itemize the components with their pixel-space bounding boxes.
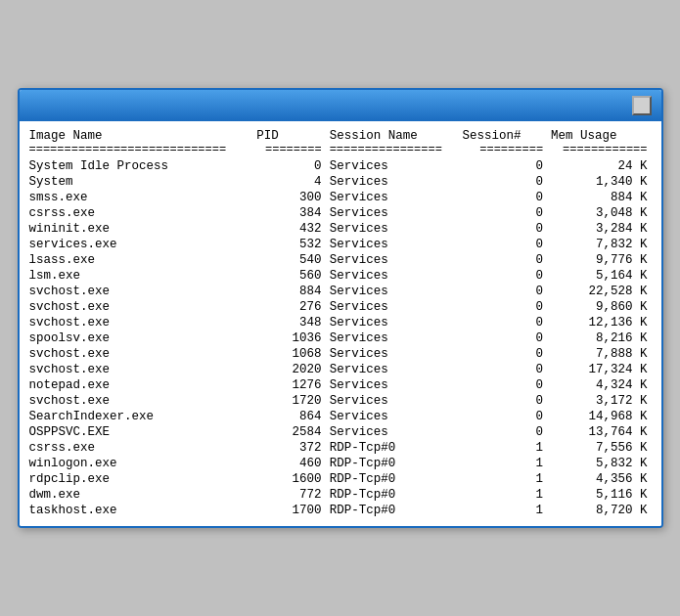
table-row: lsm.exe560Services05,164 K [29, 268, 652, 284]
cell-session-num: 1 [463, 456, 552, 471]
cell-image-name: dwm.exe [29, 487, 257, 503]
table-row: System Idle Process0Services024 K [29, 158, 652, 174]
table-row: System4Services01,340 K [29, 174, 652, 190]
cell-mem-usage: 8,216 K [551, 330, 651, 346]
cell-session-num: 0 [463, 409, 552, 424]
cell-mem-usage: 17,324 K [551, 362, 651, 377]
cell-pid: 1600 [256, 471, 329, 487]
cell-mem-usage: 5,116 K [551, 487, 651, 503]
cell-image-name: spoolsv.exe [29, 330, 257, 346]
table-row: dwm.exe772RDP-Tcp#015,116 K [29, 487, 652, 503]
cell-session-name: RDP-Tcp#0 [330, 503, 463, 518]
cell-session-name: RDP-Tcp#0 [330, 471, 463, 487]
cell-session-num: 0 [463, 299, 552, 315]
cell-session-name: Services [330, 424, 463, 440]
cell-mem-usage: 14,968 K [551, 409, 651, 424]
cell-image-name: lsm.exe [29, 268, 257, 284]
cell-pid: 2584 [256, 424, 329, 440]
cell-session-num: 0 [463, 315, 552, 330]
cell-session-name: Services [330, 190, 463, 205]
cell-image-name: winlogon.exe [29, 456, 257, 471]
cell-pid: 532 [256, 237, 329, 252]
table-row: csrss.exe372RDP-Tcp#017,556 K [29, 440, 652, 456]
cell-image-name: wininit.exe [29, 221, 257, 237]
cell-mem-usage: 9,860 K [551, 299, 651, 315]
cell-pid: 560 [256, 268, 329, 284]
cell-session-name: Services [330, 299, 463, 315]
log-content: Image Name PID Session Name Session# Mem… [20, 121, 661, 526]
cell-session-name: Services [330, 237, 463, 252]
table-row: taskhost.exe1700RDP-Tcp#018,720 K [29, 503, 652, 518]
table-row: svchost.exe2020Services017,324 K [29, 362, 652, 377]
cell-session-name: Services [330, 268, 463, 284]
cell-mem-usage: 22,528 K [551, 284, 651, 299]
cell-pid: 384 [256, 205, 329, 221]
cell-pid: 432 [256, 221, 329, 237]
cell-image-name: System Idle Process [29, 158, 257, 174]
table-row: svchost.exe348Services012,136 K [29, 315, 652, 330]
cell-mem-usage: 7,556 K [551, 440, 651, 456]
sep-mem: ============ [551, 143, 651, 158]
cell-session-num: 0 [463, 362, 552, 377]
cell-session-name: RDP-Tcp#0 [330, 487, 463, 503]
cell-mem-usage: 3,172 K [551, 393, 651, 409]
cell-pid: 348 [256, 315, 329, 330]
cell-image-name: svchost.exe [29, 284, 257, 299]
cell-image-name: taskhost.exe [29, 503, 257, 518]
cell-pid: 0 [256, 158, 329, 174]
cell-session-num: 0 [463, 284, 552, 299]
cell-session-name: Services [330, 346, 463, 362]
separator-row: ============================ ======== ==… [29, 143, 652, 158]
cell-mem-usage: 3,284 K [551, 221, 651, 237]
cell-session-name: Services [330, 377, 463, 393]
cell-pid: 1276 [256, 377, 329, 393]
cell-session-num: 0 [463, 252, 552, 268]
cell-image-name: svchost.exe [29, 346, 257, 362]
cell-session-name: Services [330, 205, 463, 221]
cell-image-name: notepad.exe [29, 377, 257, 393]
table-row: SearchIndexer.exe864Services014,968 K [29, 409, 652, 424]
cell-image-name: rdpclip.exe [29, 471, 257, 487]
cell-session-num: 0 [463, 330, 552, 346]
sep-pid: ======== [256, 143, 329, 158]
cell-session-name: RDP-Tcp#0 [330, 456, 463, 471]
cell-pid: 1700 [256, 503, 329, 518]
cell-mem-usage: 5,832 K [551, 456, 651, 471]
close-button[interactable] [632, 96, 652, 115]
cell-pid: 1068 [256, 346, 329, 362]
cell-image-name: smss.exe [29, 190, 257, 205]
cell-mem-usage: 7,832 K [551, 237, 651, 252]
cell-session-num: 0 [463, 393, 552, 409]
cell-session-name: RDP-Tcp#0 [330, 440, 463, 456]
table-row: svchost.exe276Services09,860 K [29, 299, 652, 315]
cell-mem-usage: 9,776 K [551, 252, 651, 268]
header-pid: PID [256, 129, 329, 143]
cell-session-num: 0 [463, 221, 552, 237]
cell-mem-usage: 24 K [551, 158, 651, 174]
header-mem-usage: Mem Usage [551, 129, 651, 143]
cell-session-num: 0 [463, 424, 552, 440]
cell-image-name: SearchIndexer.exe [29, 409, 257, 424]
cell-session-num: 0 [463, 237, 552, 252]
cell-pid: 884 [256, 284, 329, 299]
table-row: rdpclip.exe1600RDP-Tcp#014,356 K [29, 471, 652, 487]
cell-pid: 540 [256, 252, 329, 268]
cell-mem-usage: 5,164 K [551, 268, 651, 284]
sep-image: ============================ [29, 143, 257, 158]
table-row: services.exe532Services07,832 K [29, 237, 652, 252]
cell-session-num: 0 [463, 377, 552, 393]
cell-session-name: Services [330, 362, 463, 377]
cell-session-name: Services [330, 221, 463, 237]
table-row: svchost.exe1068Services07,888 K [29, 346, 652, 362]
table-row: spoolsv.exe1036Services08,216 K [29, 330, 652, 346]
cell-session-num: 0 [463, 205, 552, 221]
cell-session-num: 1 [463, 471, 552, 487]
cell-session-name: Services [330, 393, 463, 409]
cell-session-num: 1 [463, 487, 552, 503]
cell-session-name: Services [330, 252, 463, 268]
header-session-num: Session# [463, 129, 552, 143]
cell-session-num: 0 [463, 190, 552, 205]
cell-image-name: svchost.exe [29, 315, 257, 330]
cell-pid: 772 [256, 487, 329, 503]
table-row: smss.exe300Services0884 K [29, 190, 652, 205]
